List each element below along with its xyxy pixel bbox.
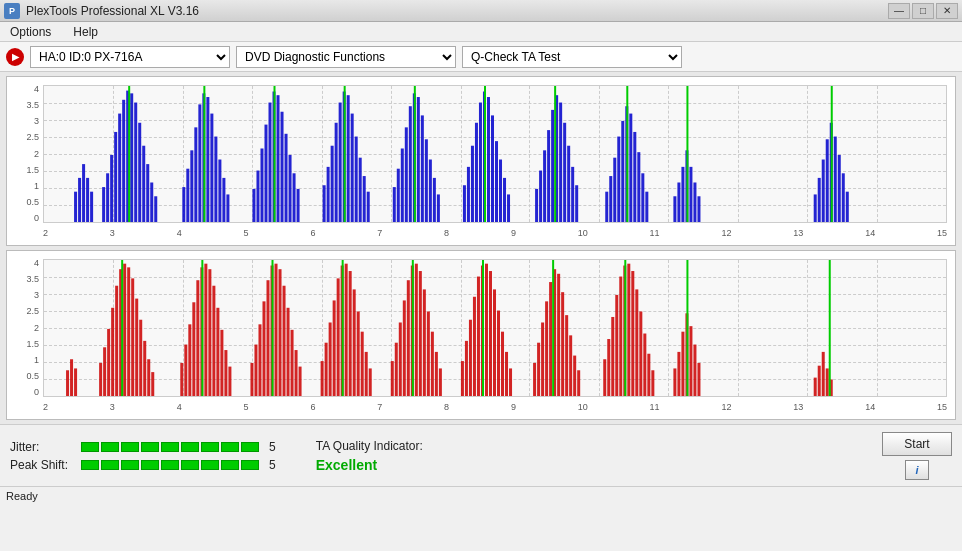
svg-rect-143: [151, 372, 154, 396]
svg-rect-99: [641, 173, 644, 222]
svg-rect-37: [277, 95, 280, 222]
svg-rect-46: [335, 123, 338, 222]
svg-rect-242: [818, 366, 821, 396]
svg-rect-70: [475, 123, 478, 222]
svg-rect-11: [146, 164, 149, 222]
maximize-button[interactable]: □: [912, 3, 934, 19]
svg-rect-205: [497, 311, 500, 396]
svg-rect-229: [635, 289, 638, 396]
device-icon: ▶: [6, 48, 24, 66]
menu-options[interactable]: Options: [4, 23, 57, 41]
svg-rect-171: [325, 343, 328, 396]
svg-rect-180: [361, 332, 364, 396]
svg-rect-3: [114, 132, 117, 222]
svg-rect-185: [399, 322, 402, 396]
svg-rect-189: [415, 264, 418, 396]
svg-rect-166: [287, 308, 290, 396]
svg-rect-58: [405, 127, 408, 222]
svg-rect-244: [826, 368, 829, 396]
top-chart: 4 3.5 3 2.5 2 1.5 1 0.5 0: [6, 76, 956, 246]
svg-rect-181: [365, 352, 368, 396]
svg-rect-227: [627, 264, 630, 396]
svg-rect-217: [565, 315, 568, 396]
svg-rect-158: [254, 345, 257, 396]
svg-rect-18: [90, 192, 93, 222]
svg-rect-159: [258, 324, 261, 396]
svg-rect-178: [353, 289, 356, 396]
svg-rect-53: [363, 176, 366, 222]
svg-rect-80: [539, 171, 542, 222]
svg-rect-51: [355, 137, 358, 222]
close-button[interactable]: ✕: [936, 3, 958, 19]
svg-rect-169: [299, 367, 302, 396]
svg-rect-67: [463, 185, 466, 222]
svg-rect-152: [212, 286, 215, 396]
svg-rect-34: [264, 125, 267, 222]
svg-rect-63: [425, 139, 428, 222]
svg-rect-191: [423, 289, 426, 396]
svg-rect-203: [489, 271, 492, 396]
svg-rect-91: [609, 176, 612, 222]
peak-shift-row: Peak Shift: 5: [10, 458, 276, 472]
svg-rect-137: [127, 267, 130, 396]
peak-bar-3: [121, 460, 139, 470]
test-select[interactable]: Q-Check TA Test: [462, 46, 682, 68]
svg-rect-41: [293, 173, 296, 222]
svg-rect-64: [429, 160, 432, 222]
svg-rect-127: [66, 370, 69, 396]
svg-rect-161: [266, 280, 269, 396]
svg-rect-139: [135, 299, 138, 396]
jitter-bar-8: [221, 442, 239, 452]
svg-rect-206: [501, 332, 504, 396]
svg-rect-156: [228, 367, 231, 396]
svg-rect-154: [220, 330, 223, 396]
svg-rect-146: [188, 324, 191, 396]
svg-rect-224: [615, 295, 618, 396]
svg-rect-89: [575, 185, 578, 222]
svg-rect-94: [621, 121, 624, 222]
svg-rect-15: [78, 178, 81, 222]
peak-bar-4: [141, 460, 159, 470]
svg-rect-100: [645, 192, 648, 222]
svg-rect-43: [323, 185, 326, 222]
svg-rect-165: [283, 286, 286, 396]
svg-rect-77: [503, 178, 506, 222]
device-select[interactable]: HA:0 ID:0 PX-716A: [30, 46, 230, 68]
svg-rect-23: [198, 104, 201, 222]
svg-rect-88: [571, 167, 574, 222]
svg-rect-140: [139, 320, 142, 396]
svg-rect-142: [147, 359, 150, 396]
peak-bar-1: [81, 460, 99, 470]
svg-rect-106: [693, 182, 696, 222]
svg-rect-235: [677, 352, 680, 396]
svg-rect-83: [551, 110, 554, 222]
svg-rect-20: [186, 169, 189, 222]
svg-rect-59: [409, 106, 412, 222]
start-button[interactable]: Start: [882, 432, 952, 456]
info-button[interactable]: i: [905, 460, 929, 480]
svg-rect-115: [842, 173, 845, 222]
svg-rect-69: [471, 146, 474, 222]
svg-rect-160: [262, 301, 265, 396]
function-select[interactable]: DVD Diagnostic Functions: [236, 46, 456, 68]
bottom-chart-inner: [43, 259, 947, 397]
minimize-button[interactable]: —: [888, 3, 910, 19]
svg-rect-13: [154, 196, 157, 222]
top-chart-y-axis: 4 3.5 3 2.5 2 1.5 1 0.5 0: [7, 85, 43, 223]
svg-rect-210: [537, 343, 540, 396]
svg-rect-68: [467, 167, 470, 222]
svg-rect-230: [639, 311, 642, 396]
svg-rect-216: [561, 292, 564, 396]
svg-rect-193: [431, 332, 434, 396]
peak-bar-6: [181, 460, 199, 470]
svg-rect-136: [123, 264, 126, 396]
start-btn-area: Start i: [882, 432, 952, 480]
svg-rect-45: [331, 146, 334, 222]
menu-help[interactable]: Help: [67, 23, 104, 41]
svg-rect-131: [103, 347, 106, 396]
svg-rect-27: [214, 137, 217, 222]
svg-rect-93: [617, 137, 620, 222]
title-bar: P PlexTools Professional XL V3.16 — □ ✕: [0, 0, 962, 22]
svg-rect-4: [118, 114, 121, 222]
svg-rect-239: [693, 345, 696, 396]
